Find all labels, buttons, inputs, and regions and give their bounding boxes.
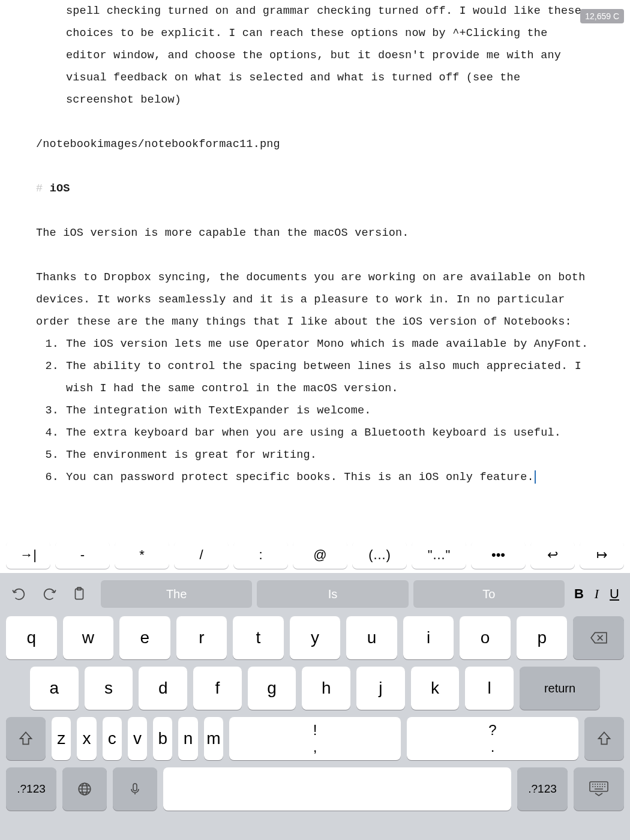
list-item: 6.You can password protect specific book…: [36, 466, 594, 488]
punct-key[interactable]: ?.: [407, 717, 578, 760]
key-b[interactable]: b: [153, 717, 172, 760]
heading-text: iOS: [50, 182, 70, 195]
suggestion[interactable]: The: [101, 580, 252, 608]
keyboard: The Is To B I U qwertyuiop asdfghjkl ret…: [0, 573, 630, 840]
acc-quotes[interactable]: "…": [412, 541, 466, 569]
key-l[interactable]: l: [465, 667, 514, 710]
list-item: 4.The extra keyboard bar when you are us…: [36, 422, 594, 444]
mic-key[interactable]: [113, 767, 157, 811]
heading-line: # iOS: [36, 178, 594, 200]
mode-key[interactable]: .?123: [6, 767, 56, 811]
key-n[interactable]: n: [178, 717, 197, 760]
globe-key[interactable]: [62, 767, 107, 811]
key-v[interactable]: v: [128, 717, 147, 760]
clipboard-icon[interactable]: [67, 582, 91, 606]
punct-key[interactable]: !,: [229, 717, 401, 760]
acc-return[interactable]: ↩: [530, 541, 575, 569]
mode-key[interactable]: .?123: [517, 767, 568, 811]
list-item: 2.The ability to control the spacing bet…: [36, 355, 594, 400]
shift-key[interactable]: [584, 717, 624, 760]
key-q[interactable]: q: [6, 616, 57, 659]
bold-button[interactable]: B: [574, 586, 584, 602]
acc-asterisk[interactable]: *: [115, 541, 169, 569]
key-p[interactable]: p: [517, 616, 568, 659]
svg-rect-4: [133, 784, 137, 791]
char-count-badge: 12,659 C: [580, 9, 624, 23]
key-h[interactable]: h: [302, 667, 350, 710]
key-r[interactable]: r: [176, 616, 227, 659]
acc-more[interactable]: •••: [471, 541, 526, 569]
paragraph: Thanks to Dropbox syncing, the documents…: [36, 266, 594, 333]
accessory-bar: →| - * / : @ (…) "…" ••• ↩ ↦: [0, 537, 630, 573]
key-y[interactable]: y: [290, 616, 341, 659]
acc-dash[interactable]: -: [55, 541, 110, 569]
key-k[interactable]: k: [411, 667, 460, 710]
hide-keyboard-key[interactable]: [574, 767, 624, 811]
key-z[interactable]: z: [52, 717, 71, 760]
key-e[interactable]: e: [119, 616, 170, 659]
italic-button[interactable]: I: [595, 586, 599, 602]
key-j[interactable]: j: [356, 667, 405, 710]
space-key[interactable]: [163, 767, 511, 811]
paragraph: spell checking turned on and grammar che…: [36, 0, 594, 111]
list-item: 1.The iOS version lets me use Operator M…: [36, 333, 594, 355]
key-u[interactable]: u: [346, 616, 397, 659]
acc-colon[interactable]: :: [233, 541, 288, 569]
suggestion[interactable]: To: [413, 580, 565, 608]
image-path: /notebookimages/notebookformac11.png: [36, 133, 594, 155]
list-item: 3.The integration with TextExpander is w…: [36, 400, 594, 422]
key-f[interactable]: f: [193, 667, 242, 710]
key-w[interactable]: w: [63, 616, 114, 659]
key-x[interactable]: x: [77, 717, 96, 760]
key-g[interactable]: g: [248, 667, 296, 710]
return-key[interactable]: return: [520, 667, 600, 710]
list-item: 5.The environment is great for writing.: [36, 444, 594, 466]
acc-parens[interactable]: (…): [352, 541, 407, 569]
paragraph: The iOS version is more capable than the…: [36, 222, 594, 244]
shift-key[interactable]: [6, 717, 46, 760]
acc-at[interactable]: @: [293, 541, 347, 569]
key-t[interactable]: t: [233, 616, 284, 659]
editor-content[interactable]: spell checking turned on and grammar che…: [36, 0, 594, 488]
key-s[interactable]: s: [85, 667, 133, 710]
key-c[interactable]: c: [103, 717, 122, 760]
undo-icon[interactable]: [7, 582, 31, 606]
key-o[interactable]: o: [460, 616, 511, 659]
acc-tab[interactable]: →|: [6, 541, 50, 569]
key-a[interactable]: a: [30, 667, 79, 710]
key-d[interactable]: d: [139, 667, 187, 710]
key-m[interactable]: m: [204, 717, 223, 760]
markdown-hash: #: [36, 182, 43, 195]
key-i[interactable]: i: [403, 616, 454, 659]
acc-indent[interactable]: ↦: [580, 541, 624, 569]
redo-icon[interactable]: [37, 582, 61, 606]
delete-key[interactable]: [573, 616, 624, 659]
suggestion[interactable]: Is: [257, 580, 408, 608]
acc-slash[interactable]: /: [174, 541, 229, 569]
underline-button[interactable]: U: [610, 586, 619, 602]
